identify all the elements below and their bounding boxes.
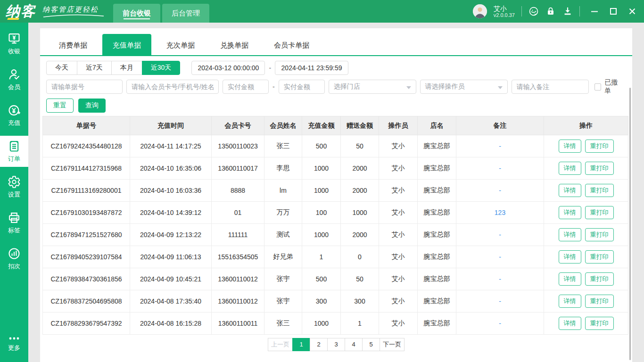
cell-remark[interactable]: - — [456, 224, 544, 246]
sidebar-item-member[interactable]: 会员 — [0, 64, 28, 95]
cell-recharge-amount: 1000 — [302, 157, 341, 180]
sidebar-item-label-print[interactable]: 标签 — [0, 207, 28, 239]
nav-tab-backend-manage[interactable]: 后台管理 — [162, 4, 209, 23]
main-nav-tabs: 前台收银 后台管理 — [113, 4, 209, 23]
search-button[interactable]: 查询 — [78, 99, 106, 113]
cell-remark[interactable]: - — [456, 268, 544, 290]
col-operator: 操作员 — [379, 116, 418, 135]
cell-gift-amount: 2000 — [341, 180, 379, 202]
reprint-button[interactable]: 重打印 — [585, 162, 614, 175]
pagination: 上一页 1 2 3 4 5 下一页 — [40, 338, 632, 351]
cell-gift-amount: 300 — [341, 290, 379, 313]
order-no-input[interactable] — [46, 80, 123, 94]
reprint-button[interactable]: 重打印 — [585, 206, 614, 219]
cell-actions: 详情重打印 — [544, 202, 628, 224]
cell-remark[interactable]: - — [456, 180, 544, 202]
range-30days-button[interactable]: 近30天 — [142, 61, 181, 75]
nav-tab-front-cashier[interactable]: 前台收银 — [113, 4, 160, 23]
amount-min-input[interactable] — [223, 80, 269, 94]
member-search-input[interactable] — [126, 80, 219, 94]
range-month-button[interactable]: 本月 — [111, 61, 142, 75]
reprint-button[interactable]: 重打印 — [585, 250, 614, 263]
table-row: CZ167910301934878722024-04-10 14:39:1201… — [43, 202, 628, 224]
pagination-page-5[interactable]: 5 — [362, 338, 380, 351]
table-row: CZ167911441273159682024-04-10 16:35:0613… — [43, 157, 628, 180]
sidebar-item-settings[interactable]: 设置 — [0, 172, 28, 203]
cell-remark[interactable]: - — [456, 313, 544, 335]
tab-consume-orders[interactable]: 消费单据 — [49, 34, 98, 56]
slogan-swoosh — [42, 14, 105, 18]
detail-button[interactable]: 详情 — [559, 295, 581, 308]
cell-member-name: 张宇 — [264, 268, 302, 290]
cell-remark[interactable]: 123 — [456, 202, 544, 224]
reprint-button[interactable]: 重打印 — [585, 184, 614, 197]
cell-recharge-amount: 500 — [302, 135, 341, 157]
detail-button[interactable]: 详情 — [559, 184, 581, 197]
cell-remark[interactable]: - — [456, 157, 544, 180]
cell-member-name: 好兄弟 — [264, 246, 302, 268]
pagination-page-1[interactable]: 1 — [292, 338, 310, 351]
close-icon[interactable] — [628, 7, 636, 16]
reprint-button[interactable]: 重打印 — [585, 140, 614, 153]
reprint-button[interactable]: 重打印 — [585, 228, 614, 241]
detail-button[interactable]: 详情 — [559, 162, 581, 175]
user-avatar[interactable] — [473, 4, 487, 18]
tab-membercard-orders[interactable]: 会员卡单据 — [264, 34, 320, 56]
detail-button[interactable]: 详情 — [559, 250, 581, 263]
vertical-scrollbar[interactable] — [629, 88, 631, 360]
detail-button[interactable]: 详情 — [559, 206, 581, 219]
cell-recharge-amount: 1000 — [302, 180, 341, 202]
cell-card-no: 13600110012 — [212, 290, 264, 313]
store-select[interactable]: 选择门店 — [329, 80, 416, 94]
detail-button[interactable]: 详情 — [559, 272, 581, 286]
customer-service-icon[interactable] — [528, 6, 539, 16]
cell-operator: 艾小 — [379, 157, 418, 180]
sidebar-item-recharge[interactable]: 充值 — [0, 100, 28, 131]
reprint-button[interactable]: 重打印 — [585, 272, 614, 286]
download-icon[interactable] — [562, 6, 573, 16]
cell-recharge-time: 2024-04-10 16:03:36 — [130, 180, 212, 202]
cell-member-name: 李思 — [264, 157, 302, 180]
pagination-page-3[interactable]: 3 — [327, 338, 345, 351]
detail-button[interactable]: 详情 — [559, 140, 581, 153]
document-tabs: 消费单据 充值单据 充次单据 兑换单据 会员卡单据 — [40, 28, 632, 56]
revoked-checkbox[interactable] — [594, 83, 602, 90]
sidebar-item-orders[interactable]: 订单 — [0, 136, 28, 167]
tab-recharge-orders[interactable]: 充值单据 — [102, 34, 151, 56]
pagination-page-4[interactable]: 4 — [345, 338, 363, 351]
reprint-button[interactable]: 重打印 — [585, 295, 614, 308]
maximize-icon[interactable] — [609, 7, 618, 16]
pagination-prev[interactable]: 上一页 — [268, 338, 293, 351]
tab-times-orders[interactable]: 充次单据 — [156, 34, 205, 56]
sidebar-item-deduct-count[interactable]: 扣次 — [0, 243, 28, 274]
cell-gift-amount: 2000 — [341, 157, 379, 180]
date-from-input[interactable] — [191, 61, 265, 75]
pagination-page-2[interactable]: 2 — [310, 338, 328, 351]
revoked-checkbox-wrap[interactable]: 已撤单 — [594, 78, 624, 95]
cell-remark[interactable]: - — [456, 135, 544, 157]
quick-range-group: 今天 近7天 本月 近30天 — [46, 61, 180, 75]
settings-gear-icon — [8, 175, 21, 189]
cell-card-no: 13600110012 — [212, 268, 264, 290]
range-7days-button[interactable]: 近7天 — [77, 61, 112, 75]
pagination-next[interactable]: 下一页 — [380, 338, 405, 351]
detail-button[interactable]: 详情 — [559, 228, 581, 241]
lock-icon[interactable] — [545, 6, 556, 16]
operator-select[interactable]: 请选择操作员 — [420, 80, 508, 94]
date-to-input[interactable] — [275, 61, 348, 75]
reprint-button[interactable]: 重打印 — [585, 317, 614, 330]
range-today-button[interactable]: 今天 — [46, 61, 77, 75]
amount-max-input[interactable] — [279, 80, 325, 94]
minimize-icon[interactable] — [590, 7, 599, 16]
tab-exchange-orders[interactable]: 兑换单据 — [210, 34, 259, 56]
reset-button[interactable]: 重置 — [46, 99, 74, 113]
detail-button[interactable]: 详情 — [559, 317, 581, 330]
cell-remark[interactable]: - — [456, 290, 544, 313]
cell-remark[interactable]: - — [456, 246, 544, 268]
cell-recharge-time: 2024-04-10 16:35:06 — [130, 157, 212, 180]
sidebar-item-more[interactable]: 更多 — [0, 328, 28, 359]
sidebar-item-label: 充值 — [8, 119, 20, 127]
sidebar-item-cashier[interactable]: 收银 — [0, 28, 28, 59]
remark-input[interactable] — [512, 80, 589, 94]
col-member-name: 会员姓名 — [264, 116, 302, 135]
